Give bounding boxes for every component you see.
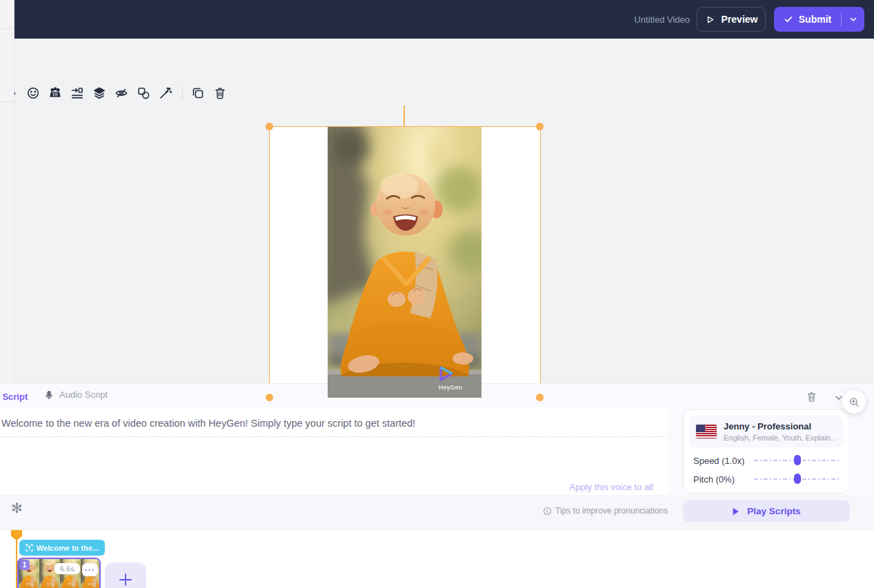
resize-handle-bottom-left[interactable]	[266, 394, 273, 401]
apply-voice-link[interactable]: Apply this voice to all	[570, 482, 653, 492]
sidebar-edge	[0, 0, 14, 383]
chevron-down-icon	[848, 14, 858, 24]
transition-icon[interactable]	[69, 85, 86, 101]
submit-dropdown-button[interactable]	[842, 14, 864, 24]
pitch-slider-thumb[interactable]	[794, 474, 801, 484]
voice-selector[interactable]: Jenny - Professional English, Female, Yo…	[689, 416, 844, 447]
magnifier-plus-icon	[848, 396, 860, 408]
play-outline-icon	[705, 14, 715, 25]
shapes-icon[interactable]	[135, 85, 152, 101]
toolbar-divider	[182, 86, 183, 100]
resize-handle-top-right[interactable]	[536, 123, 544, 130]
speed-slider[interactable]	[754, 460, 840, 461]
rotate-handle-stem[interactable]	[404, 105, 405, 127]
us-flag-icon	[696, 425, 717, 438]
check-icon	[784, 14, 793, 24]
stage-icon[interactable]	[47, 85, 63, 101]
video-title[interactable]: Untitled Video	[634, 14, 690, 25]
zoom-button[interactable]	[842, 390, 866, 414]
top-navbar: Untitled Video Preview Submit	[0, 0, 874, 39]
script-footer: ✻ Tips to improve pronunciations Play Sc…	[0, 495, 874, 529]
editor-canvas[interactable]	[0, 39, 874, 383]
play-icon	[732, 507, 739, 516]
speed-slider-thumb[interactable]	[794, 455, 801, 465]
scene-number-badge: 1	[19, 560, 30, 570]
layers-icon[interactable]	[91, 85, 108, 101]
resize-handle-bottom-right[interactable]	[536, 394, 544, 401]
playhead[interactable]	[11, 530, 22, 540]
plus-icon	[117, 571, 134, 588]
play-scripts-button[interactable]: Play Scripts	[683, 500, 850, 522]
voice-settings-card: Jenny - Professional English, Female, Yo…	[683, 409, 850, 494]
microphone-icon	[44, 390, 54, 400]
pitch-label: Pitch (0%)	[693, 474, 754, 485]
clip-duration-badge: 6.6s	[54, 563, 80, 574]
scene-clip[interactable]: 1 6.6s ···	[17, 558, 101, 588]
heygen-video-editor: HeyGen Untitled Video Preview Submit	[0, 0, 874, 588]
tab-text-script[interactable]: Text Script	[0, 392, 28, 402]
emoji-icon[interactable]	[25, 85, 41, 101]
duplicate-icon[interactable]	[190, 85, 206, 101]
add-scene-button[interactable]	[105, 562, 146, 588]
tab-audio-script[interactable]: Audio Script	[44, 389, 108, 400]
script-text[interactable]: Welcome to the new era of video creation…	[1, 417, 650, 429]
script-editor[interactable]: Welcome to the new era of video creation…	[0, 407, 668, 496]
monk-image[interactable]	[328, 127, 481, 398]
text-caption-icon	[26, 544, 33, 551]
caption-chip[interactable]: Welcome to the...	[19, 540, 105, 556]
script-underline	[0, 436, 668, 437]
script-delete-icon[interactable]	[806, 391, 817, 405]
visibility-off-icon[interactable]	[113, 85, 130, 101]
info-icon	[543, 507, 552, 516]
resize-handle-top-left[interactable]	[266, 123, 273, 130]
preview-button[interactable]: Preview	[697, 7, 766, 32]
submit-button[interactable]: Submit	[774, 7, 864, 32]
timeline[interactable]: Welcome to the... 1 6.6s ···	[0, 529, 874, 588]
voice-name: Jenny - Professional	[724, 421, 837, 432]
gpt-icon[interactable]: ✻	[11, 501, 23, 515]
speed-label: Speed (1.0x)	[693, 456, 754, 466]
clip-more-icon[interactable]: ···	[82, 563, 98, 576]
magic-wand-icon[interactable]	[157, 85, 174, 101]
pronunciation-tips[interactable]: Tips to improve pronunciations	[543, 506, 668, 516]
pitch-slider[interactable]	[754, 478, 840, 480]
element-toolbar	[3, 85, 234, 101]
voice-traits: English, Female, Youth, Explain...	[724, 434, 837, 442]
delete-icon[interactable]	[212, 85, 228, 101]
